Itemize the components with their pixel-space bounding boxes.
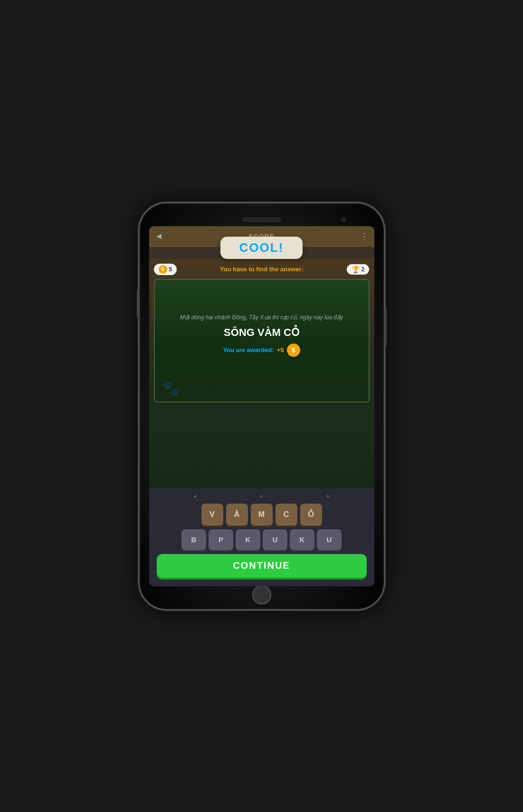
key-P[interactable]: P [209,529,233,550]
answer-tile-1[interactable]: V [201,504,223,525]
hint-label: You have to find the answer: [220,266,304,273]
award-label: You are awarded: [223,346,274,353]
award-amount: +5 [277,346,284,353]
phone-device: ◄ SCORE ⋮ COOL! $ 5 You have to find the… [138,202,385,611]
answer-tile-3[interactable]: M [251,504,273,525]
riddle-text: Một dòng hai nhánh Đông, Tây Xưa thì rợp… [180,313,343,322]
answer-tile-4[interactable]: C [276,504,297,525]
trophy-badge: 🏆 2 [347,264,370,275]
key-U[interactable]: U [263,529,287,550]
continue-button[interactable]: CONTINUE [157,554,367,578]
watermark-icon: 🐾 [162,381,180,396]
star-deco-left: ✦ [193,493,198,500]
star-deco-center: ✕ [259,493,264,500]
watermark-area: 🐾 [162,380,180,397]
coin-count: 5 [169,266,172,273]
answer-tile-2[interactable]: À [226,504,248,525]
image-panel: Một dòng hai nhánh Đông, Tây Xưa thì rợp… [154,279,370,402]
letter-keyboard-row: B P K U K U [153,529,371,550]
star-decoration-row: ✦ ✕ ✦ [153,493,371,500]
award-coin-icon: $ [287,344,300,357]
trophy-icon: 🏆 [352,266,360,273]
cool-text: COOL! [239,240,284,255]
star-deco-right: ✦ [325,493,330,500]
game-main-area: $ 5 You have to find the answer: 🏆 2 Một… [149,259,374,488]
cool-banner-wrapper: COOL! [149,237,374,259]
answer-display: SÔNG VÀM CỎ [224,326,299,339]
key-K2[interactable]: K [290,529,314,550]
volume-button [137,289,139,317]
key-K[interactable]: K [236,529,260,550]
home-button[interactable] [252,585,271,604]
hint-bar: $ 5 You have to find the answer: 🏆 2 [154,264,370,275]
key-U2[interactable]: U [317,529,342,550]
phone-bottom [149,590,374,600]
answer-tiles-row[interactable]: V À M C Ỏ [153,504,371,525]
phone-screen: ◄ SCORE ⋮ COOL! $ 5 You have to find the… [149,226,374,586]
key-B[interactable]: B [181,529,206,550]
image-background [155,280,369,401]
power-button [384,308,387,346]
phone-speaker [243,218,281,221]
cool-banner: COOL! [220,237,303,259]
coin-badge: $ 5 [154,264,177,275]
trophy-count: 2 [361,266,365,273]
phone-top-bar [149,218,374,221]
award-row: You are awarded: +5 $ [223,344,300,357]
keyboard-area: ✦ ✕ ✦ V À M C Ỏ B P K U K U CON [149,488,374,586]
answer-tile-5[interactable]: Ỏ [300,504,322,525]
coin-icon: $ [159,265,167,274]
front-camera-icon [341,217,346,222]
